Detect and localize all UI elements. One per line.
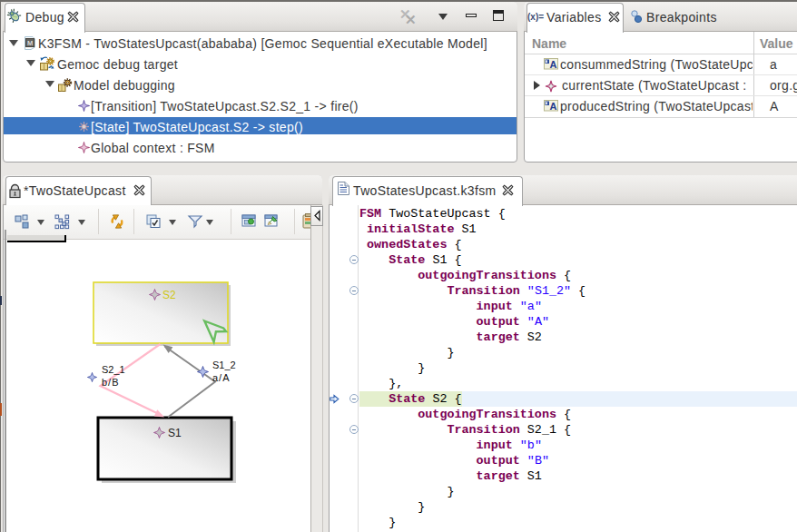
svg-text:M: M: [27, 39, 33, 47]
svg-text:A: A: [550, 101, 557, 112]
svg-text:S1_2: S1_2: [212, 360, 236, 370]
svg-text:b/B: b/B: [102, 377, 120, 388]
svg-text:S2_1: S2_1: [102, 364, 125, 375]
svg-text:A: A: [550, 59, 557, 70]
svg-text:a/A: a/A: [212, 372, 231, 383]
svg-text:S1: S1: [168, 427, 182, 439]
svg-text:S2: S2: [162, 289, 176, 301]
